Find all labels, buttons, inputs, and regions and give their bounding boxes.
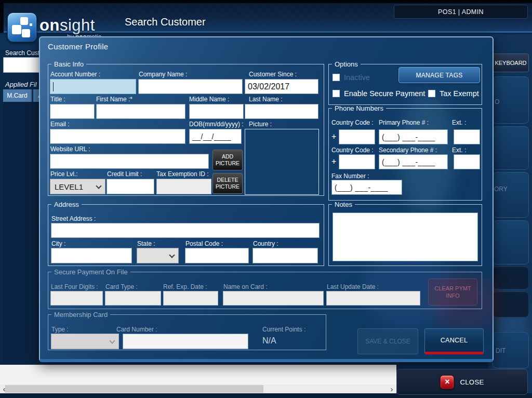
last-four-digits-label: Last Four Digits : [51, 283, 98, 290]
phone-numbers-legend: Phone Numbers [332, 104, 386, 112]
side-button-6[interactable] [493, 291, 529, 317]
customer-since-input[interactable]: 03/02/2017 [245, 79, 318, 94]
title-input[interactable] [50, 104, 95, 119]
phone-mask: (___) ___-____ [382, 158, 435, 166]
country-code-1-input[interactable] [339, 129, 375, 144]
company-name-input[interactable] [138, 79, 243, 94]
website-url-input[interactable] [50, 154, 209, 169]
scroll-right-arrow-icon[interactable]: › [388, 384, 395, 393]
column-header-mcard[interactable]: M.Card [3, 89, 32, 102]
picture-label: Picture : [249, 121, 272, 128]
account-number-input[interactable] [50, 79, 136, 94]
email-label: Email : [50, 121, 70, 128]
secondary-phone-input[interactable]: (___) ___-____ [379, 154, 448, 169]
enable-secure-payment-label: Enable Secure Payment [344, 89, 425, 98]
current-points-value: N/A [262, 336, 276, 346]
side-button-3[interactable] [493, 172, 529, 218]
membership-card-legend: Membership Card [51, 311, 110, 319]
country-code-2-label: Country Code : [331, 147, 374, 154]
fax-number-input[interactable]: (___) ___-____ [331, 180, 402, 195]
last-update-date-input [326, 291, 420, 306]
country-input[interactable] [252, 248, 318, 263]
customer-since-label: Customer Since : [249, 71, 297, 78]
website-url-label: Website URL : [50, 145, 90, 153]
street-address-label: Street Address : [51, 215, 96, 222]
dialog-title: Customer Profile [48, 42, 109, 51]
first-name-label: First Name :* [96, 96, 132, 103]
inactive-label: Inactive [344, 73, 370, 82]
last-name-input[interactable] [245, 104, 318, 119]
notes-textarea[interactable] [332, 213, 478, 261]
side-button-5[interactable] [493, 267, 529, 289]
cancel-button[interactable]: CANCEL [424, 328, 484, 354]
window-frame-left [0, 0, 4, 33]
pos-application: onsight by posmatic Search Customer POS1… [0, 0, 532, 398]
chevron-down-icon [96, 183, 101, 189]
plus-prefix: + [331, 132, 336, 141]
dob-label: DOB(mm/dd/yyyy) : [189, 121, 244, 128]
dob-input[interactable]: __/__/____ [189, 129, 242, 144]
country-code-1-label: Country Code : [331, 119, 374, 126]
enable-secure-payment-checkbox[interactable] [332, 90, 340, 97]
state-select[interactable] [137, 248, 179, 263]
first-name-input[interactable] [96, 104, 185, 119]
name-on-card-label: Name on Card : [223, 283, 268, 290]
close-x-icon: × [440, 375, 454, 389]
manage-tags-button[interactable]: MANAGE TAGS [398, 67, 480, 83]
ext-1-label: Ext. : [452, 119, 466, 126]
title-label: Title : [50, 96, 65, 103]
dob-mask: __/__/____ [192, 132, 231, 141]
name-on-card-input [223, 291, 324, 306]
card-number-input[interactable] [123, 334, 248, 349]
session-badge[interactable]: POS1 | ADMIN [394, 5, 528, 19]
basic-info-legend: Basic Info [51, 60, 86, 68]
save-and-close-button[interactable]: SAVE & CLOSE [357, 328, 418, 354]
onsight-logo-icon [7, 12, 37, 42]
keyboard-button[interactable]: KEYBOARD [493, 54, 529, 72]
email-input[interactable] [50, 129, 185, 144]
window-frame-top [0, 0, 532, 3]
current-points-label: Current Points : [262, 326, 305, 333]
secure-payment-legend: Secure Payment On File [51, 268, 130, 276]
postal-code-label: Postal Code : [185, 240, 223, 247]
inactive-checkbox[interactable] [332, 74, 340, 81]
ext-2-label: Ext. : [452, 147, 466, 154]
city-input[interactable] [51, 248, 132, 263]
middle-name-label: Middle Name : [189, 96, 229, 103]
country-label: Country : [253, 240, 278, 247]
street-address-input[interactable] [51, 223, 320, 238]
clear-payment-info-button[interactable]: CLEAR PYMT INFO [428, 278, 477, 306]
options-legend: Options [332, 60, 361, 68]
credit-limit-input[interactable] [107, 179, 154, 194]
tax-exempt-checkbox[interactable] [428, 90, 435, 97]
close-button[interactable]: × CLOSE [396, 369, 528, 395]
logo-square [12, 25, 21, 34]
fax-number-label: Fax Number : [331, 173, 369, 180]
card-number-label: Card Number : [116, 326, 157, 333]
text-caret [53, 82, 54, 91]
side-button-2[interactable] [493, 126, 529, 170]
search-customer-label: Search Cust [5, 49, 39, 57]
price-level-value: LEVEL1 [55, 182, 83, 191]
state-label: State : [137, 240, 155, 247]
side-button-4[interactable] [493, 220, 529, 264]
country-code-2-input[interactable] [339, 154, 375, 169]
primary-phone-label: Primary Phone # : [379, 119, 429, 126]
postal-code-input[interactable] [185, 248, 249, 263]
scroll-left-arrow-icon[interactable]: ‹ [1, 384, 8, 393]
add-picture-button[interactable]: ADD PICTURE [212, 150, 243, 170]
ext-1-input[interactable] [454, 129, 480, 144]
last-name-label: Last Name : [249, 96, 283, 103]
ref-exp-date-label: Ref. Exp. Date : [163, 283, 207, 290]
price-level-select[interactable]: LEVEL1 [50, 179, 105, 194]
notes-legend: Notes [332, 201, 355, 208]
applied-filters-label: Applied Fil [5, 81, 37, 88]
page-title: Search Customer [125, 16, 206, 28]
delete-picture-button[interactable]: DELETE PICTURE [212, 173, 243, 194]
scrollbar-thumb[interactable] [5, 385, 263, 393]
ext-2-input[interactable] [454, 154, 480, 169]
city-label: City : [51, 240, 65, 247]
tax-exempt-label: Tax Exempt [440, 89, 479, 98]
middle-name-input[interactable] [189, 104, 244, 119]
primary-phone-input[interactable]: (___) ___-____ [379, 129, 448, 144]
